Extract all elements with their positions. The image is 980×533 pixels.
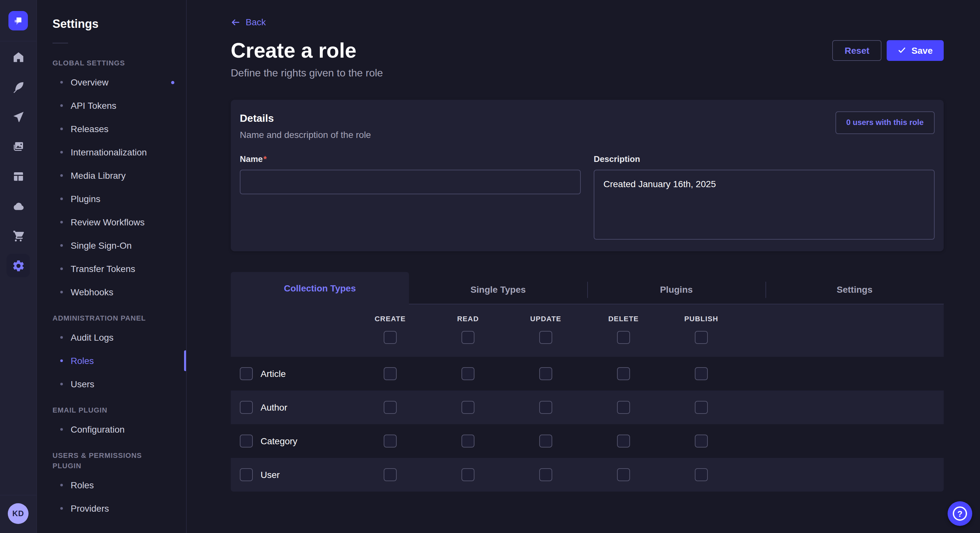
tab-plugins[interactable]: Plugins — [587, 276, 765, 304]
permission-checkbox-create[interactable] — [384, 401, 397, 414]
select-all-create-checkbox[interactable] — [384, 331, 397, 344]
permission-row-category: Category — [231, 424, 944, 458]
content-type-label: User — [261, 469, 280, 479]
sidebar-item-single-sign-on[interactable]: Single Sign-On — [37, 234, 186, 257]
permissions-section: Collection Types Single Types Plugins Se… — [231, 272, 944, 491]
sidebar-item-label: Roles — [71, 355, 94, 366]
sidebar-item-providers[interactable]: Providers — [37, 497, 186, 520]
row-select-checkbox[interactable] — [240, 367, 253, 380]
sidebar-item-releases[interactable]: Releases — [37, 117, 186, 141]
sidebar-item-review-workflows[interactable]: Review Workflows — [37, 211, 186, 234]
row-select-checkbox[interactable] — [240, 401, 253, 414]
select-all-delete-checkbox[interactable] — [617, 331, 630, 344]
tab-settings[interactable]: Settings — [765, 276, 944, 304]
permission-checkbox-update[interactable] — [539, 401, 552, 414]
section-global-settings: GLOBAL SETTINGS Overview API Tokens Rele… — [37, 58, 186, 304]
sidebar-item-label: Media Library — [71, 170, 126, 181]
details-fields: Name* Description Created January 16th, … — [240, 154, 935, 242]
arrow-left-icon — [231, 17, 240, 27]
column-label-read: READ — [429, 314, 507, 322]
description-textarea[interactable]: Created January 16th, 2025 — [594, 169, 935, 239]
permission-checkbox-create[interactable] — [384, 434, 397, 447]
sidebar-item-api-tokens[interactable]: API Tokens — [37, 94, 186, 117]
permission-row-article: Article — [231, 357, 944, 390]
permission-checkbox-publish[interactable] — [695, 367, 708, 380]
permission-checkbox-publish[interactable] — [695, 468, 708, 481]
avatar[interactable]: KD — [8, 503, 29, 524]
row-select-checkbox[interactable] — [240, 434, 253, 447]
cart-icon[interactable] — [6, 224, 30, 247]
home-icon[interactable] — [6, 45, 30, 69]
permission-checkbox-read[interactable] — [461, 401, 474, 414]
permission-checkbox-update[interactable] — [539, 367, 552, 380]
permission-checkbox-publish[interactable] — [695, 401, 708, 414]
details-card-header: Details Name and description of the role… — [240, 111, 935, 141]
name-label: Name* — [240, 154, 581, 164]
bullet-icon — [60, 336, 63, 339]
sidebar-item-label: Releases — [71, 124, 108, 134]
sidebar-item-label: Providers — [71, 503, 109, 514]
reset-button[interactable]: Reset — [832, 40, 881, 60]
permissions-tabs: Collection Types Single Types Plugins Se… — [231, 272, 944, 304]
select-all-read-checkbox[interactable] — [461, 331, 474, 344]
permission-checkbox-read[interactable] — [461, 434, 474, 447]
permission-checkbox-create[interactable] — [384, 367, 397, 380]
column-label-create: CREATE — [351, 314, 429, 322]
permission-checkbox-update[interactable] — [539, 468, 552, 481]
tab-single-types[interactable]: Single Types — [409, 276, 587, 304]
logo-wrap — [0, 0, 36, 41]
images-icon[interactable] — [6, 135, 30, 158]
notification-dot — [171, 81, 174, 84]
bullet-icon — [60, 291, 63, 293]
back-label: Back — [246, 17, 266, 27]
permission-checkbox-publish[interactable] — [695, 434, 708, 447]
row-select-checkbox[interactable] — [240, 468, 253, 481]
sidebar-item-internationalization[interactable]: Internationalization — [37, 141, 186, 164]
permission-checkbox-read[interactable] — [461, 367, 474, 380]
sidebar-item-configuration[interactable]: Configuration — [37, 418, 186, 441]
content-type-label: Author — [261, 402, 288, 412]
select-all-publish-checkbox[interactable] — [695, 331, 708, 344]
permission-checkbox-delete[interactable] — [617, 401, 630, 414]
permission-checkbox-delete[interactable] — [617, 434, 630, 447]
permission-checkbox-delete[interactable] — [617, 367, 630, 380]
cloud-icon[interactable] — [6, 194, 30, 217]
sidebar-item-up-roles[interactable]: Roles — [37, 473, 186, 497]
users-with-role-button[interactable]: 0 users with this role — [835, 111, 935, 134]
sidebar-item-label: Overview — [71, 77, 108, 87]
sidebar-item-media-library[interactable]: Media Library — [37, 164, 186, 187]
sidebar-item-users[interactable]: Users — [37, 373, 186, 396]
permission-checkbox-read[interactable] — [461, 468, 474, 481]
sidebar-item-roles[interactable]: Roles — [37, 349, 186, 373]
sidebar-item-label: Webhooks — [71, 287, 113, 297]
help-button[interactable]: ? — [948, 501, 972, 526]
bullet-icon — [60, 174, 63, 177]
paper-plane-icon[interactable] — [6, 105, 30, 128]
save-button[interactable]: Save — [887, 40, 944, 60]
sidebar-item-audit-logs[interactable]: Audit Logs — [37, 326, 186, 349]
sidebar-item-plugins[interactable]: Plugins — [37, 187, 186, 211]
sidebar-item-label: Audit Logs — [71, 332, 113, 343]
sidebar-item-transfer-tokens[interactable]: Transfer Tokens — [37, 257, 186, 281]
details-card-titles: Details Name and description of the role — [240, 111, 371, 141]
sidebar-item-webhooks[interactable]: Webhooks — [37, 281, 186, 304]
settings-sidebar: Settings GLOBAL SETTINGS Overview API To… — [37, 0, 187, 533]
back-link[interactable]: Back — [231, 17, 266, 27]
select-all-update-checkbox[interactable] — [539, 331, 552, 344]
header-actions: Reset Save — [832, 40, 944, 60]
name-input[interactable] — [240, 169, 581, 194]
gear-icon[interactable] — [6, 254, 30, 277]
feather-icon[interactable] — [6, 75, 30, 98]
permission-checkbox-create[interactable] — [384, 468, 397, 481]
layout-icon[interactable] — [6, 165, 30, 188]
strapi-logo[interactable] — [8, 11, 28, 30]
tab-collection-types[interactable]: Collection Types — [231, 272, 409, 304]
permission-row-author: Author — [231, 390, 944, 424]
permission-checkbox-update[interactable] — [539, 434, 552, 447]
sidebar-item-overview[interactable]: Overview — [37, 71, 186, 94]
permission-checkbox-delete[interactable] — [617, 468, 630, 481]
permissions-select-all-row — [231, 331, 944, 344]
section-label: GLOBAL SETTINGS — [37, 58, 186, 68]
permissions-header: CREATE READ UPDATE DELETE PUBLISH — [231, 304, 944, 357]
bullet-icon — [60, 383, 63, 385]
